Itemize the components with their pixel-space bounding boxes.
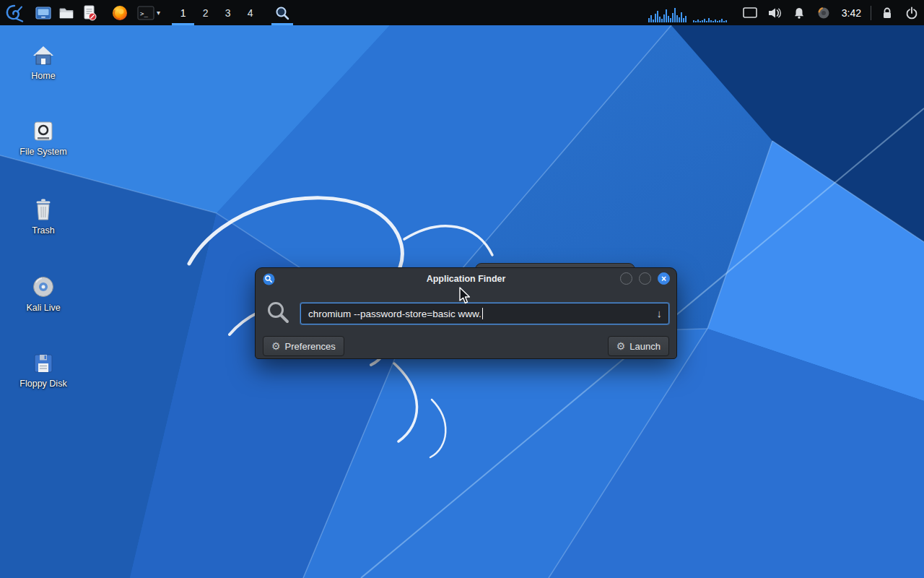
trash-icon	[32, 198, 54, 221]
command-input[interactable]: chromium --password-store=basic www. ↓	[300, 303, 669, 324]
terminal-launcher[interactable]: >_ ▾	[134, 0, 163, 25]
application-finder-window: Application Finder × chromium --password…	[255, 267, 677, 359]
application-finder-icon	[263, 273, 275, 285]
desktop-icon-trash[interactable]: Trash	[12, 198, 75, 236]
applications-menu-button[interactable]	[0, 0, 27, 25]
chevron-down-icon[interactable]: ▾	[157, 9, 160, 17]
disc-icon	[32, 275, 55, 298]
desktop-icon-file-system[interactable]: File System	[12, 121, 75, 157]
clock[interactable]: 3:42	[842, 7, 861, 19]
launch-icon: ⚙	[616, 340, 626, 352]
desktop-icon-label: Floppy Disk	[19, 379, 66, 389]
display-icon	[743, 7, 757, 19]
desktop-icon-floppy-disk[interactable]: Floppy Disk	[12, 353, 75, 389]
preferences-button[interactable]: ⚙ Preferences	[263, 336, 344, 356]
system-monitor-graph-2[interactable]	[693, 4, 732, 22]
panel-separator	[871, 6, 871, 20]
power-icon	[905, 7, 918, 20]
folder-icon	[58, 7, 74, 20]
window-title: Application Finder	[256, 274, 676, 284]
application-finder-taskbar-icon	[274, 5, 290, 21]
maximize-button[interactable]	[639, 272, 651, 285]
dropdown-arrow-icon[interactable]: ↓	[657, 307, 663, 319]
file-manager-launcher[interactable]	[32, 0, 55, 25]
workspace-switcher: 1 2 3 4	[172, 0, 261, 25]
finder-body: chromium --password-store=basic www. ↓	[256, 290, 676, 327]
status-tray-button[interactable]	[811, 0, 836, 25]
system-monitor-graph-1[interactable]	[648, 4, 687, 22]
minimize-button[interactable]	[620, 272, 632, 285]
firefox-icon	[112, 5, 128, 21]
kali-logo-icon	[4, 3, 24, 22]
text-editor-launcher[interactable]	[78, 0, 101, 25]
titlebar[interactable]: Application Finder ×	[256, 268, 676, 290]
desktop-icon-label: Trash	[32, 225, 55, 236]
workspace-4[interactable]: 4	[239, 0, 261, 25]
close-button[interactable]: ×	[658, 272, 670, 285]
desktop-icon-label: Home	[31, 71, 55, 81]
file-system-icon	[32, 121, 55, 142]
logout-button[interactable]	[899, 0, 924, 25]
bell-icon	[793, 7, 806, 20]
firefox-launcher[interactable]	[108, 0, 131, 25]
screen: >_ ▾ 1 2 3 4	[0, 0, 924, 578]
launch-label: Launch	[629, 341, 661, 352]
command-text: chromium --password-store=basic www.	[308, 309, 481, 319]
desktop-icon-label: File System	[19, 147, 66, 157]
text-editor-icon	[82, 5, 97, 21]
launch-button[interactable]: ⚙ Launch	[608, 336, 669, 356]
lock-screen-button[interactable]	[875, 0, 899, 25]
floppy-disk-icon	[32, 353, 54, 374]
search-icon	[266, 300, 290, 327]
notification-tray-button[interactable]	[787, 0, 811, 25]
desktop-icon-label: Kali Live	[26, 303, 60, 313]
home-icon	[32, 45, 55, 66]
terminal-prompt-glyph: >_	[140, 9, 148, 17]
window-buttons: ×	[620, 272, 670, 285]
file-manager-icon	[35, 6, 51, 20]
volume-tray-button[interactable]	[762, 0, 787, 25]
desktop-icon-home[interactable]: Home	[12, 45, 75, 81]
workspace-3[interactable]: 3	[217, 0, 239, 25]
desktop-icon-kali-live[interactable]: Kali Live	[12, 275, 75, 313]
folder-launcher[interactable]	[55, 0, 78, 25]
top-panel: >_ ▾ 1 2 3 4	[0, 0, 924, 25]
text-caret	[482, 308, 483, 319]
terminal-icon: >_	[137, 6, 154, 20]
volume-icon	[767, 7, 782, 19]
preferences-label: Preferences	[285, 341, 336, 352]
display-tray-button[interactable]	[738, 0, 762, 25]
workspace-2[interactable]: 2	[194, 0, 217, 25]
gear-icon: ⚙	[271, 340, 281, 352]
lock-icon	[881, 7, 893, 20]
finder-button-row: ⚙ Preferences ⚙ Launch	[256, 327, 676, 363]
workspace-1[interactable]: 1	[172, 0, 194, 25]
status-circle-icon	[817, 7, 830, 20]
desktop[interactable]: Home File System Trash	[0, 25, 924, 578]
taskbar-application-finder[interactable]	[271, 0, 293, 25]
